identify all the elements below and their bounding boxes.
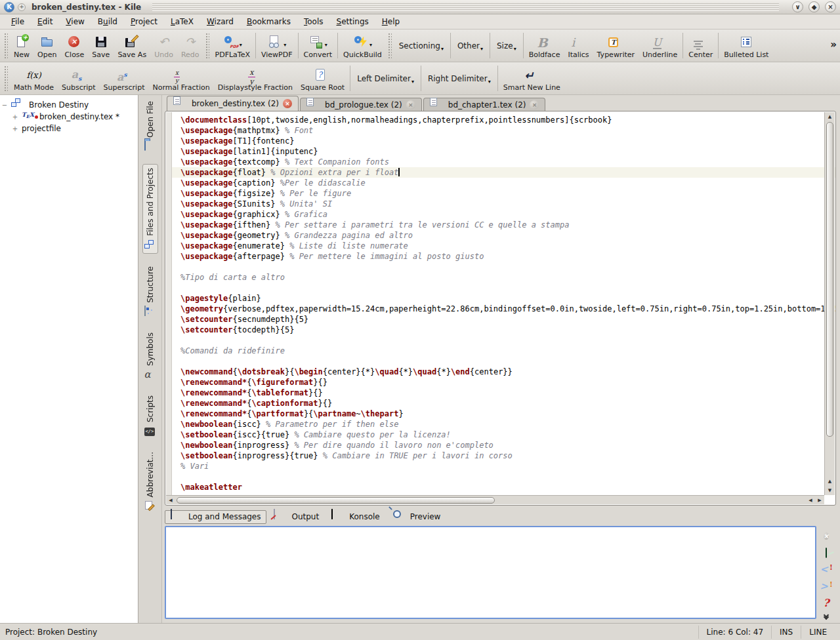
tree-expander[interactable]: +: [12, 125, 18, 132]
sidebar-tab-structure[interactable]: Structure: [143, 263, 158, 320]
close-window-button[interactable]: ×: [825, 1, 836, 12]
scroll-up-icon[interactable]: ▲: [826, 477, 835, 486]
tree-expander[interactable]: +: [12, 113, 18, 121]
displaystyle-fraction-button[interactable]: xyDisplaystyle Fraction: [214, 62, 297, 94]
code-line[interactable]: \usepackage{enumerate} % Liste di liste …: [172, 241, 836, 251]
menu-project[interactable]: Project: [125, 15, 163, 28]
superscript-button[interactable]: asSuperscript: [100, 62, 149, 94]
tree-expander[interactable]: −: [1, 102, 8, 109]
bottom-tab-output[interactable]: Output: [268, 510, 324, 524]
scroll-down-icon[interactable]: ▼: [826, 486, 835, 495]
toolbar-handle[interactable]: [4, 33, 8, 58]
latex-stats-icon[interactable]: [826, 548, 827, 557]
sidebar-tab-files-and-projects[interactable]: Files and Projects: [142, 164, 158, 254]
undo-button[interactable]: ↶Undo: [150, 30, 177, 62]
editor-tab-bd-chapter1-tex-2[interactable]: bd_chapter1.tex (2)×: [423, 98, 546, 111]
menu-edit[interactable]: Edit: [32, 15, 58, 28]
maximize-button[interactable]: ◆: [808, 1, 820, 12]
save-as-button[interactable]: Save As: [114, 30, 150, 62]
code-line[interactable]: \newboolean{iscc} % Parametro per if the…: [172, 419, 836, 430]
scroll-up-icon[interactable]: ▲: [826, 112, 835, 121]
code-line[interactable]: \documentclass[10pt,twoside,english,norm…: [172, 115, 836, 125]
right-delimiter-button[interactable]: Right Delimiter▾: [423, 62, 496, 94]
code-line[interactable]: \usepackage{textcomp} % Text Companion f…: [172, 157, 836, 167]
minimize-button[interactable]: ∨: [792, 1, 803, 12]
close-button[interactable]: ×Close: [60, 30, 88, 62]
bottom-tab-preview[interactable]: Preview: [387, 510, 446, 524]
code-line[interactable]: \usepackage[T1]{fontenc}: [172, 136, 836, 146]
scroll-left-icon[interactable]: ◀: [806, 496, 815, 505]
code-line[interactable]: \usepackage{graphicx} % Grafica: [172, 209, 836, 220]
sidebar-tab-open-file[interactable]: Open File: [143, 98, 158, 155]
menu-view[interactable]: View: [60, 15, 90, 28]
code-line[interactable]: \usepackage{SIunits} % Unita' SI: [172, 199, 836, 209]
left-delimiter-button[interactable]: Left Delimiter▾: [352, 62, 419, 94]
tree-item-broken-destiny-tex[interactable]: +TEXbroken_destiny.tex *: [12, 111, 136, 123]
center-button[interactable]: Center: [684, 30, 717, 62]
code-line[interactable]: \makeatletter: [172, 482, 836, 492]
code-line[interactable]: \setcounter{secnumdepth}{5}: [172, 314, 836, 325]
horizontal-scroll-thumb[interactable]: [177, 497, 495, 504]
editor-tab-bd-prologue-tex-2[interactable]: bd_prologue.tex (2)×: [300, 98, 422, 111]
menu-bookmarks[interactable]: Bookmarks: [241, 15, 297, 28]
code-line[interactable]: [172, 356, 836, 367]
code-area[interactable]: \documentclass[10pt,twoside,english,norm…: [172, 115, 836, 492]
code-line[interactable]: [172, 283, 836, 293]
viewpdf-button[interactable]: ▾ViewPDF: [257, 30, 297, 62]
tab-close-icon[interactable]: ×: [406, 100, 415, 110]
code-line[interactable]: \usepackage{mathptmx} % Font: [172, 125, 836, 136]
typewriter-button[interactable]: TTypewriter: [593, 30, 639, 62]
code-line[interactable]: \newboolean{inprogress} % Per dire quand…: [172, 440, 836, 450]
menu-file[interactable]: File: [5, 15, 30, 28]
menu-help[interactable]: Help: [376, 15, 406, 28]
next-error-icon[interactable]: >!: [820, 581, 833, 591]
redo-button[interactable]: ↷Redo: [177, 30, 203, 62]
normal-fraction-button[interactable]: xyNormal Fraction: [148, 62, 213, 94]
code-line[interactable]: \pagestyle{plain}: [172, 293, 836, 304]
scroll-right-icon[interactable]: ▶: [815, 496, 824, 505]
sectioning-button[interactable]: Sectioning▾: [394, 30, 449, 62]
bottom-tab-konsole[interactable]: Konsole: [326, 510, 385, 524]
collapse-icon[interactable]: [824, 615, 828, 619]
status-insert-mode[interactable]: INS: [771, 626, 801, 639]
vertical-scroll-thumb[interactable]: [826, 122, 833, 437]
toolbar-overflow-icon[interactable]: »: [830, 39, 837, 50]
code-line[interactable]: \usepackage{figsize} % Per le figure: [172, 188, 836, 199]
code-line[interactable]: \renewcommand*{\captionformat}{}: [172, 398, 836, 409]
subscript-button[interactable]: asSubscript: [58, 62, 100, 94]
size-button[interactable]: Size▾: [492, 30, 522, 62]
bulleted-list-button[interactable]: Bulleted List: [720, 30, 772, 62]
open-button[interactable]: Open: [33, 30, 60, 62]
save-button[interactable]: Save: [88, 30, 114, 62]
code-line[interactable]: \usepackage{float} % Opzioni extra per i…: [172, 167, 836, 178]
code-line[interactable]: \geometry{verbose,pdftex,paperwidth=15.2…: [172, 304, 836, 314]
code-line[interactable]: [172, 335, 836, 346]
sidebar-tab-scripts[interactable]: Scripts</>: [143, 392, 158, 439]
menu-settings[interactable]: Settings: [331, 15, 375, 28]
code-line[interactable]: % Vari: [172, 461, 836, 471]
sidebar-tab-symbols[interactable]: Symbolsα: [143, 329, 158, 383]
boldface-button[interactable]: BBoldface: [525, 30, 564, 62]
editor-tab-broken-destiny-tex-2[interactable]: broken_destiny.tex (2)×: [167, 96, 299, 111]
pdflatex-button[interactable]: PDF▾PDFLaTeX: [211, 30, 254, 62]
code-line[interactable]: \usepackage[latin1]{inputenc}: [172, 146, 836, 157]
sticky-icon[interactable]: +: [18, 3, 26, 11]
code-line[interactable]: \usepackage{geometry} % Grandezza pagina…: [172, 230, 836, 241]
code-line[interactable]: \setcounter{tocdepth}{5}: [172, 325, 836, 335]
math-mode-button[interactable]: f(x)Math Mode: [10, 62, 58, 94]
horizontal-scrollbar[interactable]: ◀ ◀ ▶: [166, 495, 824, 504]
smart-new-line-button[interactable]: ↵Smart New Line: [499, 62, 564, 94]
menu-wizard[interactable]: Wizard: [201, 15, 240, 28]
code-line[interactable]: [172, 471, 836, 482]
square-root-button[interactable]: ?Square Root: [297, 62, 348, 94]
scroll-left-icon[interactable]: ◀: [166, 496, 175, 505]
code-line[interactable]: \renewcommand*{\tableformat}{}: [172, 388, 836, 398]
menu-build[interactable]: Build: [92, 15, 123, 28]
code-line[interactable]: %Comandi da ridefinire: [172, 346, 836, 356]
convert-button[interactable]: ▾Convert: [300, 30, 337, 62]
code-line[interactable]: \usepackage{caption} %Per le didascalie: [172, 178, 836, 188]
new-button[interactable]: +New: [10, 30, 33, 62]
tab-close-icon[interactable]: ×: [283, 99, 292, 108]
code-line[interactable]: \usepackage{afterpage} % Per mettere le …: [172, 251, 836, 262]
toolbar-handle[interactable]: [388, 33, 392, 58]
